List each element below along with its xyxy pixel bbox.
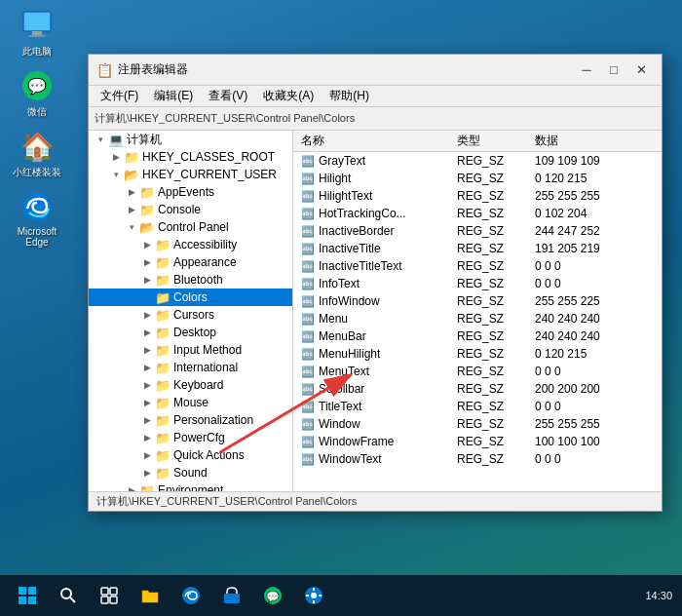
expand-icon-qa: ▶ xyxy=(139,450,155,460)
table-row[interactable]: 🔤TitleText REG_SZ 0 0 0 xyxy=(293,398,662,415)
table-row[interactable]: 🔤MenuText REG_SZ 0 0 0 xyxy=(293,363,662,380)
desktop-icon-app1[interactable]: 🏠 小红楼装装 xyxy=(8,129,66,179)
computer-label: 此电脑 xyxy=(22,45,52,58)
wechat-taskbar-btn[interactable]: 💬 xyxy=(255,578,290,613)
store-taskbar[interactable] xyxy=(214,578,249,613)
expand-icon-im: ▶ xyxy=(139,345,155,355)
table-row[interactable]: 🔤InactiveTitle REG_SZ 191 205 219 xyxy=(293,240,662,257)
data-panel[interactable]: 名称 类型 数据 🔤GrayText REG_SZ 109 109 109 🔤H… xyxy=(293,131,662,491)
close-button[interactable]: ✕ xyxy=(628,60,654,80)
expand-icon-desktop: ▶ xyxy=(139,327,155,337)
reg-type-cell: REG_SZ xyxy=(449,327,527,345)
folder-icon-desktop: 📁 xyxy=(155,326,170,340)
desktop-icon-computer[interactable]: 此电脑 xyxy=(8,8,66,58)
tree-label-cp: Control Panel xyxy=(158,220,229,234)
table-row[interactable]: 🔤MenuBar REG_SZ 240 240 240 xyxy=(293,327,662,345)
svg-rect-9 xyxy=(28,587,36,595)
reg-name-cell: 🔤InactiveBorder xyxy=(293,222,449,240)
minimize-button[interactable]: ─ xyxy=(574,60,599,80)
expand-icon-appevents: ▶ xyxy=(124,187,139,197)
table-row[interactable]: 🔤Menu REG_SZ 240 240 240 xyxy=(293,310,662,327)
tree-label-international: International xyxy=(173,361,238,374)
folder-icon-qa: 📁 xyxy=(155,448,170,463)
tree-item-mouse[interactable]: ▶ 📁 Mouse xyxy=(89,394,292,411)
table-row[interactable]: 🔤HilightText REG_SZ 255 255 255 xyxy=(293,187,662,205)
tree-item-appevents[interactable]: ▶ 📁 AppEvents xyxy=(89,183,292,201)
tree-item-console[interactable]: ▶ 📁 Console xyxy=(89,201,292,218)
reg-name-cell: 🔤InactiveTitle xyxy=(293,240,449,257)
time-display: 14:30 xyxy=(645,590,672,601)
reg-value-cell: 0 0 0 xyxy=(527,257,662,275)
table-row[interactable]: 🔤MenuHilight REG_SZ 0 120 215 xyxy=(293,345,662,363)
settings-taskbar-btn[interactable] xyxy=(296,578,331,613)
svg-rect-14 xyxy=(101,588,108,595)
reg-entry-icon: 🔤 xyxy=(301,418,315,430)
reg-entry-icon: 🔤 xyxy=(301,401,315,412)
tree-item-personalization[interactable]: ▶ 📁 Personalization xyxy=(89,411,292,429)
menu-bar: 文件(F) 编辑(E) 查看(V) 收藏夹(A) 帮助(H) xyxy=(89,86,662,107)
reg-name-cell: 🔤MenuText xyxy=(293,363,449,380)
tree-item-colors[interactable]: 📁 Colors xyxy=(89,289,292,306)
menu-file[interactable]: 文件(F) xyxy=(93,86,146,106)
table-row[interactable]: 🔤InfoWindow REG_SZ 255 255 225 xyxy=(293,292,662,310)
reg-entry-icon: 🔤 xyxy=(301,366,315,377)
tree-panel[interactable]: ▾ 💻 计算机 ▶ 📁 HKEY_CLASSES_ROOT ▾ 📂 HKEY_C… xyxy=(89,131,293,491)
reg-type-cell: REG_SZ xyxy=(449,170,527,187)
reg-type-cell: REG_SZ xyxy=(449,345,527,363)
reg-entry-icon: 🔤 xyxy=(301,295,315,307)
tree-item-sound[interactable]: ▶ 📁 Sound xyxy=(89,464,292,481)
tree-item-hkcu[interactable]: ▾ 📂 HKEY_CURRENT_USER xyxy=(89,166,292,183)
reg-value-cell: 191 205 219 xyxy=(527,240,662,257)
tree-item-desktop[interactable]: ▶ 📁 Desktop xyxy=(89,324,292,341)
tree-item-computer[interactable]: ▾ 💻 计算机 xyxy=(89,131,292,148)
table-row[interactable]: 🔤InfoText REG_SZ 0 0 0 xyxy=(293,275,662,292)
desktop-icon-edge[interactable]: Microsoft Edge xyxy=(8,189,66,248)
reg-value-cell: 100 100 100 xyxy=(527,433,662,450)
tree-item-bluetooth[interactable]: ▶ 📁 Bluetooth xyxy=(89,271,292,289)
regedit-window: 📋 注册表编辑器 ─ □ ✕ 文件(F) 编辑(E) 查看(V) 收藏夹(A) … xyxy=(88,54,663,512)
table-row[interactable]: 🔤InactiveTitleText REG_SZ 0 0 0 xyxy=(293,257,662,275)
tree-item-powercfg[interactable]: ▶ 📁 PowerCfg xyxy=(89,429,292,446)
table-row[interactable]: 🔤InactiveBorder REG_SZ 244 247 252 xyxy=(293,222,662,240)
menu-edit[interactable]: 编辑(E) xyxy=(146,86,201,106)
reg-value-cell: 0 102 204 xyxy=(527,205,662,222)
svg-rect-10 xyxy=(19,597,26,604)
menu-help[interactable]: 帮助(H) xyxy=(322,86,377,106)
edge-taskbar[interactable] xyxy=(173,578,208,613)
desktop-icon-wechat[interactable]: 💬 微信 xyxy=(8,68,66,119)
tree-item-international[interactable]: ▶ 📁 International xyxy=(89,359,292,376)
folder-icon-power: 📁 xyxy=(155,431,170,445)
file-explorer-taskbar[interactable] xyxy=(133,578,168,613)
tree-item-controlpanel[interactable]: ▾ 📂 Control Panel xyxy=(89,218,292,236)
tree-item-environment[interactable]: ▶ 📁 Environment xyxy=(89,481,292,491)
table-row[interactable]: 🔤Scrollbar REG_SZ 200 200 200 xyxy=(293,380,662,398)
table-row[interactable]: 🔤WindowFrame REG_SZ 100 100 100 xyxy=(293,433,662,450)
tree-item-accessibility[interactable]: ▶ 📁 Accessibility xyxy=(89,236,292,253)
reg-type-cell: REG_SZ xyxy=(449,398,527,415)
table-row[interactable]: 🔤Window REG_SZ 255 255 255 xyxy=(293,415,662,433)
maximize-button[interactable]: □ xyxy=(601,60,626,80)
reg-name-cell: 🔤MenuHilight xyxy=(293,345,449,363)
tree-item-hkcr[interactable]: ▶ 📁 HKEY_CLASSES_ROOT xyxy=(89,148,292,166)
tree-item-inputmethod[interactable]: ▶ 📁 Input Method xyxy=(89,341,292,359)
search-taskbar-button[interactable] xyxy=(51,578,86,613)
svg-rect-0 xyxy=(23,12,51,31)
table-row[interactable]: 🔤HotTrackingCo... REG_SZ 0 102 204 xyxy=(293,205,662,222)
start-button[interactable] xyxy=(10,578,45,613)
folder-icon-im: 📁 xyxy=(155,343,170,358)
table-row[interactable]: 🔤WindowText REG_SZ 0 0 0 xyxy=(293,450,662,468)
folder-icon-cp: 📂 xyxy=(139,220,155,235)
table-row[interactable]: 🔤GrayText REG_SZ 109 109 109 xyxy=(293,152,662,170)
col-header-name: 名称 xyxy=(293,131,449,152)
tree-item-quickactions[interactable]: ▶ 📁 Quick Actions xyxy=(89,446,292,464)
taskview-button[interactable] xyxy=(92,578,127,613)
reg-entry-icon: 🔤 xyxy=(301,330,315,342)
tree-item-appearance[interactable]: ▶ 📁 Appearance xyxy=(89,253,292,271)
reg-value-cell: 240 240 240 xyxy=(527,327,662,345)
table-row[interactable]: 🔤Hilight REG_SZ 0 120 215 xyxy=(293,170,662,187)
reg-type-cell: REG_SZ xyxy=(449,275,527,292)
menu-favorites[interactable]: 收藏夹(A) xyxy=(255,86,322,106)
tree-item-keyboard[interactable]: ▶ 📁 Keyboard xyxy=(89,376,292,394)
tree-item-cursors[interactable]: ▶ 📁 Cursors xyxy=(89,306,292,324)
menu-view[interactable]: 查看(V) xyxy=(201,86,255,106)
